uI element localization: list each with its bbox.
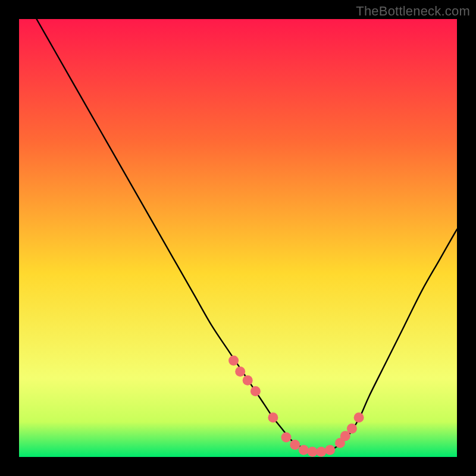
data-marker [250,386,261,396]
bottleneck-chart [19,19,457,457]
data-marker [299,445,309,455]
watermark-label: TheBottleneck.com [356,4,470,19]
data-marker [290,440,300,450]
data-marker [268,412,278,422]
data-marker [243,375,253,386]
data-marker [347,424,357,434]
data-marker [228,356,239,366]
data-marker [325,445,335,455]
data-marker [316,447,326,457]
data-marker [354,412,364,422]
data-marker [235,367,245,377]
gradient-background [19,19,457,457]
plot-area [19,19,457,457]
chart-frame: TheBottleneck.com [0,0,476,476]
data-marker [281,432,292,442]
data-marker [308,447,318,457]
